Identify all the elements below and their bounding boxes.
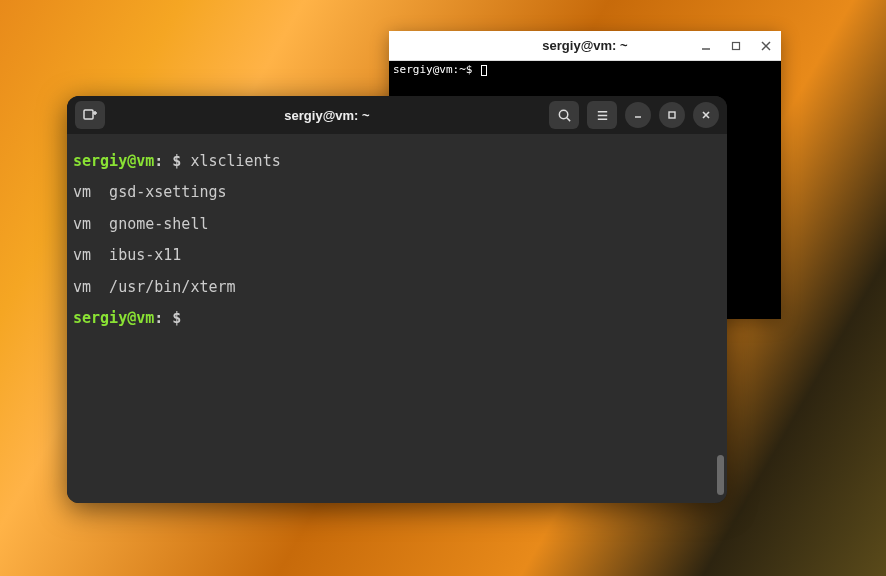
- xterm-prompt: sergiy@vm:~$: [393, 63, 479, 76]
- headerbar-right-controls: [549, 101, 719, 129]
- maximize-button[interactable]: [659, 102, 685, 128]
- minimize-button[interactable]: [697, 37, 715, 55]
- svg-rect-13: [669, 112, 675, 118]
- prompt-colon: :: [154, 309, 163, 327]
- gnome-terminal-window: sergiy@vm: ~ sergiy@vm: $ xls: [67, 96, 727, 503]
- prompt-dollar: $: [172, 309, 190, 327]
- search-button[interactable]: [549, 101, 579, 129]
- prompt-user: sergiy@vm: [73, 152, 154, 170]
- menu-button[interactable]: [587, 101, 617, 129]
- terminal-line: sergiy@vm: $: [73, 311, 721, 327]
- xterm-cursor: [481, 65, 487, 76]
- gnome-terminal-title: sergiy@vm: ~: [111, 108, 543, 123]
- terminal-output-line: vm gnome-shell: [73, 217, 721, 233]
- prompt-colon: :: [154, 152, 163, 170]
- xterm-window-controls: [697, 31, 775, 60]
- close-button[interactable]: [693, 102, 719, 128]
- maximize-button[interactable]: [727, 37, 745, 55]
- scrollbar-thumb[interactable]: [717, 455, 724, 495]
- new-tab-button[interactable]: [75, 101, 105, 129]
- prompt-path: [163, 309, 172, 327]
- prompt-path: [163, 152, 172, 170]
- prompt-dollar: $: [172, 152, 190, 170]
- command-text: xlsclients: [190, 152, 280, 170]
- svg-point-7: [559, 110, 567, 118]
- xterm-title: sergiy@vm: ~: [542, 38, 627, 53]
- gnome-terminal-body[interactable]: sergiy@vm: $ xlsclients vm gsd-xsettings…: [67, 134, 727, 503]
- xterm-titlebar[interactable]: sergiy@vm: ~: [389, 31, 781, 61]
- prompt-user: sergiy@vm: [73, 309, 154, 327]
- close-button[interactable]: [757, 37, 775, 55]
- gnome-terminal-headerbar[interactable]: sergiy@vm: ~: [67, 96, 727, 134]
- svg-rect-1: [733, 42, 740, 49]
- minimize-button[interactable]: [625, 102, 651, 128]
- svg-rect-4: [84, 110, 93, 119]
- svg-line-8: [566, 117, 569, 120]
- terminal-output-line: vm ibus-x11: [73, 248, 721, 264]
- terminal-output-line: vm /usr/bin/xterm: [73, 280, 721, 296]
- terminal-output-line: vm gsd-xsettings: [73, 185, 721, 201]
- terminal-line: sergiy@vm: $ xlsclients: [73, 154, 721, 170]
